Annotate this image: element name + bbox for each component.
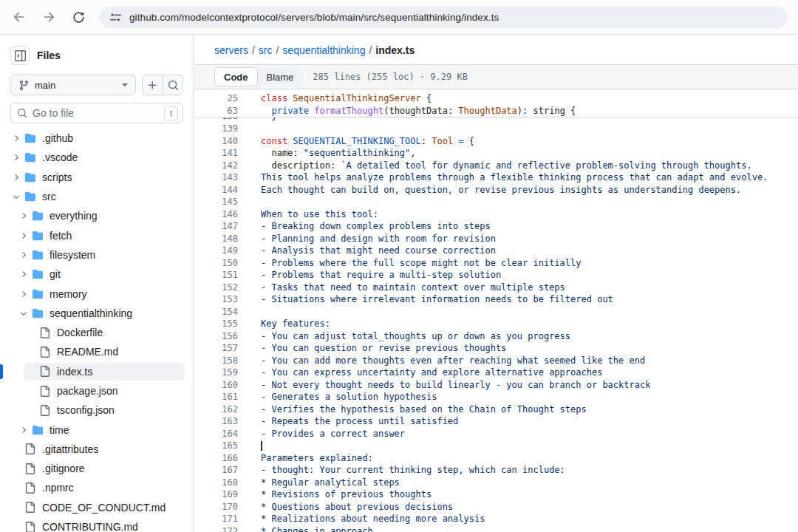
line-number[interactable]: 155 bbox=[195, 318, 238, 329]
tree-item-CODE_OF_CONDUCT.md[interactable]: CODE_OF_CONDUCT.md bbox=[0, 498, 194, 517]
tab-code[interactable]: Code bbox=[214, 67, 258, 86]
code-line: 142 description: `A detailed tool for dy… bbox=[195, 160, 798, 172]
tree-item-Dockerfile[interactable]: Dockerfile bbox=[0, 323, 194, 342]
line-number[interactable]: 168 bbox=[195, 477, 238, 488]
tree-item-CONTRIBUTING.md[interactable]: CONTRIBUTING.md bbox=[0, 517, 194, 532]
line-number[interactable]: 159 bbox=[195, 367, 238, 378]
line-number[interactable]: 167 bbox=[195, 465, 238, 475]
tree-item-fetch[interactable]: fetch bbox=[0, 225, 194, 245]
line-number[interactable]: 145 bbox=[195, 197, 238, 207]
breadcrumb-link-sequentialthinking[interactable]: sequentialthinking bbox=[282, 44, 365, 56]
branch-selector[interactable]: main bbox=[10, 75, 136, 95]
collapse-sidebar-button[interactable] bbox=[10, 46, 30, 65]
tree-item-label: CODE_OF_CONDUCT.md bbox=[42, 502, 166, 514]
line-number[interactable]: 148 bbox=[195, 233, 238, 244]
line-number[interactable]: 150 bbox=[195, 258, 238, 268]
folder-icon bbox=[32, 307, 44, 319]
code-text: Parameters explained: bbox=[238, 453, 373, 463]
line-number[interactable]: 144 bbox=[195, 185, 238, 195]
code-text: class SequentialThinkingServer { bbox=[238, 93, 432, 103]
tree-item-scripts[interactable]: scripts bbox=[0, 168, 194, 187]
file-tree-sidebar: Files main Go to bbox=[0, 35, 194, 532]
line-number[interactable]: 151 bbox=[195, 270, 238, 280]
line-number[interactable]: 25 bbox=[195, 93, 238, 103]
tree-item-sequentialthinking[interactable]: sequentialthinking bbox=[0, 304, 194, 323]
tab-blame[interactable]: Blame bbox=[258, 67, 303, 86]
code-line: 158- You can add more thoughts even afte… bbox=[195, 355, 798, 367]
reload-icon bbox=[72, 10, 86, 24]
line-number[interactable]: 158 bbox=[195, 355, 238, 366]
line-number[interactable]: 142 bbox=[195, 160, 238, 171]
chevron-down-icon bbox=[122, 83, 128, 86]
line-number[interactable]: 149 bbox=[195, 245, 238, 256]
line-number[interactable]: 170 bbox=[195, 502, 238, 512]
add-file-button[interactable] bbox=[143, 75, 163, 95]
tree-item-time[interactable]: time bbox=[0, 420, 194, 439]
line-number[interactable]: 156 bbox=[195, 331, 238, 341]
sticky-context-lines: 25class SequentialThinkingServer {63 pri… bbox=[195, 92, 798, 117]
tree-item-label: .gitignore bbox=[42, 463, 85, 474]
tree-item-.gitignore[interactable]: .gitignore bbox=[0, 459, 194, 478]
chevron-right-icon bbox=[19, 250, 32, 259]
line-number[interactable]: 139 bbox=[195, 123, 238, 134]
tree-item-index.ts[interactable]: index.ts bbox=[0, 362, 194, 381]
files-title: Files bbox=[37, 50, 61, 61]
chevron-right-icon bbox=[19, 426, 32, 434]
code-text: - Analysis that might need course correc… bbox=[238, 245, 496, 256]
tree-item-.github[interactable]: .github bbox=[0, 129, 194, 148]
search-code-button[interactable] bbox=[163, 75, 183, 95]
line-number[interactable]: 171 bbox=[195, 514, 238, 524]
address-bar[interactable]: github.com/modelcontextprotocol/servers/… bbox=[99, 7, 788, 28]
line-number[interactable]: 147 bbox=[195, 221, 238, 231]
line-number[interactable]: 161 bbox=[195, 392, 238, 402]
tree-item-.npmrc[interactable]: .npmrc bbox=[0, 478, 194, 497]
line-number[interactable]: 141 bbox=[195, 148, 238, 158]
code-line: 163- Repeats the process until satisfied bbox=[195, 415, 798, 428]
line-number[interactable]: 163 bbox=[195, 416, 238, 426]
code-line: 148- Planning and design with room for r… bbox=[195, 233, 798, 245]
back-button[interactable] bbox=[10, 8, 28, 26]
line-number[interactable]: 143 bbox=[195, 172, 238, 183]
tree-item-everything[interactable]: everything bbox=[0, 206, 194, 225]
line-number[interactable]: 138 bbox=[195, 117, 238, 121]
line-number[interactable]: 160 bbox=[195, 380, 238, 390]
tree-item-.gitattributes[interactable]: .gitattributes bbox=[0, 440, 194, 459]
tree-item-filesystem[interactable]: filesystem bbox=[0, 245, 194, 265]
code-text: * Regular analytical steps bbox=[238, 477, 400, 488]
tree-item-README.md[interactable]: README.md bbox=[0, 342, 194, 361]
tree-item-memory[interactable]: memory bbox=[0, 284, 194, 303]
tree-item-tsconfig.json[interactable]: tsconfig.json bbox=[0, 400, 194, 420]
code-line: 159- You can express uncertainty and exp… bbox=[195, 366, 798, 379]
file-icon bbox=[24, 443, 36, 455]
tree-item-.vscode[interactable]: .vscode bbox=[0, 148, 194, 167]
line-number[interactable]: 152 bbox=[195, 282, 238, 293]
line-number[interactable]: 172 bbox=[195, 526, 238, 532]
go-to-file-input[interactable]: Go to file t bbox=[10, 103, 183, 123]
line-number[interactable]: 164 bbox=[195, 429, 238, 439]
search-icon bbox=[168, 80, 179, 91]
tree-item-label: scripts bbox=[42, 171, 72, 183]
breadcrumb-link-servers[interactable]: servers bbox=[214, 44, 248, 56]
line-number[interactable]: 166 bbox=[195, 453, 238, 463]
tree-item-label: fetch bbox=[50, 230, 72, 242]
forward-button[interactable] bbox=[40, 8, 58, 26]
line-number[interactable]: 165 bbox=[195, 440, 238, 451]
code-line: 153- Situations where irrelevant informa… bbox=[195, 293, 798, 306]
line-number[interactable]: 140 bbox=[195, 136, 238, 146]
site-settings-icon[interactable] bbox=[109, 11, 122, 24]
tree-item-git[interactable]: git bbox=[0, 265, 194, 284]
line-number[interactable]: 169 bbox=[195, 489, 238, 499]
tree-item-package.json[interactable]: package.json bbox=[0, 381, 194, 400]
code-line: 149- Analysis that might need course cor… bbox=[195, 245, 798, 257]
line-number[interactable]: 154 bbox=[195, 307, 238, 317]
line-number[interactable]: 162 bbox=[195, 404, 238, 415]
line-number[interactable]: 146 bbox=[195, 209, 238, 219]
tree-item-src[interactable]: src bbox=[0, 187, 194, 206]
code-line: 141 name: "sequentialthinking", bbox=[195, 147, 798, 160]
line-number[interactable]: 63 bbox=[195, 106, 238, 116]
reload-button[interactable] bbox=[69, 8, 87, 26]
line-number[interactable]: 153 bbox=[195, 294, 238, 304]
breadcrumb-link-src[interactable]: src bbox=[259, 44, 273, 56]
sidebar-collapse-icon bbox=[15, 50, 26, 61]
line-number[interactable]: 157 bbox=[195, 343, 238, 353]
